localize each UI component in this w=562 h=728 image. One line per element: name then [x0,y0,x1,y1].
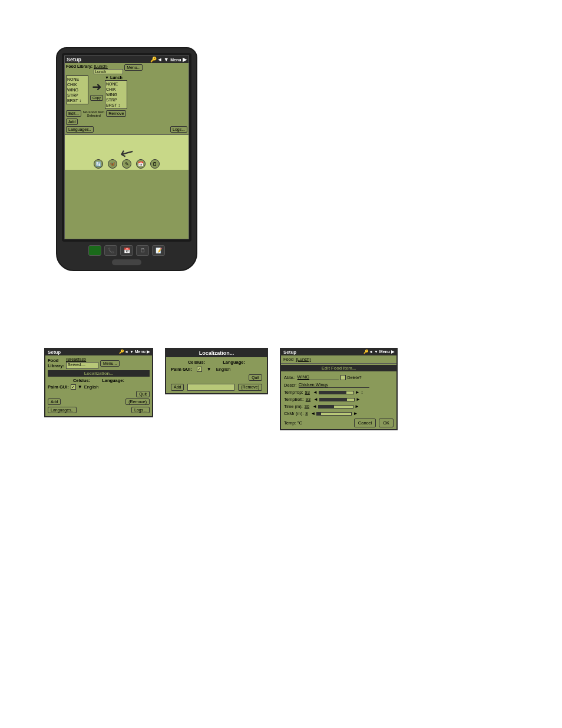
hw-btn-1[interactable]: 📞 [104,245,117,256]
edit-time-label: Time (m): [284,404,303,409]
ss1-col-headers: Celsius: Language: [48,378,150,383]
ss1-served-input[interactable]: Served.... [66,362,98,369]
loc-input[interactable] [187,384,234,391]
edit-screen-title-icons: 🔑◄ ▼ Menu ▶ [363,350,394,355]
ss1-quit-btn[interactable]: Quit [136,391,150,397]
ss1-bottom-row: Languages.. Logs... [48,407,150,413]
palm-nav-rocker[interactable] [112,259,141,265]
edit-bottom-row: Temp: °C Cancel OK [284,419,394,427]
loc-add-btn[interactable]: Add [171,384,184,391]
lunch-header: ▼ Lunch [105,75,127,80]
loc-english-value: English [216,367,231,372]
languages-btn[interactable]: Languages.. [66,126,94,133]
ss1-palm-gui-row: Palm GUI: ✓ ▼ English [48,384,150,390]
ss1-title-label: Setup [48,350,61,355]
edit-temp-unit: Temp: °C [284,420,302,426]
ss1-languages-btn[interactable]: Languages.. [48,407,77,413]
graffiti-icon-2: 🦋 [108,159,117,169]
ss1-remove-btn[interactable]: (Remove) [125,398,150,405]
loc-palm-gui-row: Palm GUI: ✓ ▼ English [171,367,262,372]
bottom-screens-row: Setup 🔑◄ ▼ Menu ▶ FoodLibrary: {Breakfas… [44,348,398,430]
copy-btn[interactable]: Copy [90,95,103,101]
edit-abbr-row: Abbr.: WING Delete? [284,374,394,380]
edit-screen-title: Setup [283,350,296,355]
left-input[interactable]: Lunch [94,69,123,74]
scroll-indicator: ↕ [361,390,363,395]
edit-abbr-label: Abbr.: [284,375,296,380]
edit-tempbott-slider[interactable]: ◄ ► [313,397,361,402]
right-list: NONECHIKWINGSTRPBRST ↕ [105,80,127,109]
palm-device: Setup 🔑◄ ▼ Menu ▶ Food Library: {Lunch} … [56,47,197,271]
localization-popup: Localization... Celsius: Language: Palm … [165,348,268,394]
ss1-add-btn[interactable]: Add [48,398,61,405]
palm-content: Food Library: {Lunch} Lunch Menu... NONE… [65,63,189,134]
hw-btn-green[interactable] [88,245,101,256]
left-list: NONECHIKWINGSTRPBRST ↕ [66,75,88,104]
edit-tempbott-label: TempBott: [284,397,304,402]
ss1-logs-btn[interactable]: Logs... [131,407,150,413]
menu-btn[interactable]: Menu... [124,64,143,71]
loc-quit-row: Quit [171,374,262,381]
edit-time-slider[interactable]: ◄ ► [312,404,359,409]
loc-palm-gui-label: Palm GUI: [171,367,192,372]
edit-ok-btn[interactable]: OK [379,419,394,427]
loc-remove-btn[interactable]: (Remove) [238,384,262,391]
edit-tempbott-row: TempBott: 93 ◄ ► [284,397,394,402]
loc-content: Celsius: Language: Palm GUI: ✓ ▼ English… [166,357,267,393]
edit-cancel-btn[interactable]: Cancel [354,419,376,427]
slider-left-icon: ◄ [313,390,318,395]
ss1-food-row: FoodLibrary: {Breakfast} Served.... Menu… [48,357,150,369]
ss1-celsius-checkbox[interactable]: ✓ [71,384,76,390]
ss1-title-icons: 🔑◄ ▼ Menu ▶ [119,350,150,355]
graffiti-icons: 🔄 🦋 ✎ 📅 🗒 [94,159,160,169]
edit-delete-checkbox[interactable] [340,375,346,380]
ss1-title-bar: Setup 🔑◄ ▼ Menu ▶ [45,349,152,355]
logs-btn[interactable]: Logs... [170,126,187,133]
palm-title-bar: Setup 🔑◄ ▼ Menu ▶ [65,56,189,63]
ss1-localization-header: Localization... [48,370,150,377]
graffiti-icon-4: 📅 [136,159,146,169]
palm-screen: Setup 🔑◄ ▼ Menu ▶ Food Library: {Lunch} … [64,55,189,239]
loc-celsius-checkbox[interactable]: ✓ [197,367,202,372]
edit-temptop-row: TempTop: 93 ◄ ► ↕ [284,390,394,395]
remove-btn[interactable]: Remove [106,110,126,117]
hw-btn-4[interactable]: 📝 [152,245,165,256]
edit-temptop-label: TempTop: [284,390,303,395]
edit-ckmr-row: CkMr (m): 8 ◄ ► [284,411,394,416]
ss1-menu-btn[interactable]: Menu... [100,360,120,367]
palm-graffiti-area: ↙ 🔄 🦋 ✎ 📅 🗒 [65,134,189,170]
edit-ckmr-value: 8 [305,411,308,416]
selected-label: Selected [87,114,100,117]
edit-header: Edit Food Item... [281,365,396,371]
loc-celsius-header: Celsius: [188,360,205,365]
hw-btn-3[interactable]: 🗒 [136,245,149,256]
slider-right-icon: ► [355,390,360,395]
palm-screen-area: Setup 🔑◄ ▼ Menu ▶ Food Library: {Lunch} … [62,53,191,242]
add-btn[interactable]: Add [66,118,78,125]
edit-food-label: Food [283,357,293,362]
ss1-dropdown-arrow: ▼ [78,384,82,390]
loc-title: Localization... [166,349,267,357]
edit-abbr-input[interactable]: WING [297,374,339,380]
edit-food-value: {Lunch} [296,357,310,362]
palm-hw-buttons: 📞 📅 🗒 📝 [85,243,168,258]
edit-delete-label: Delete? [348,375,362,380]
ss1-food-label: FoodLibrary: [48,358,64,368]
edit-descr-label: Descr: [284,383,297,388]
edit-btn[interactable]: Edit... [66,110,81,117]
edit-content: Abbr.: WING Delete? Descr: Chicken Wings… [281,373,396,429]
edit-temptop-value: 93 [305,390,310,395]
palm-setup-label: Setup [67,57,81,62]
edit-food-screen: Setup 🔑◄ ▼ Menu ▶ Food {Lunch} Edit Food… [280,348,398,430]
ss1-english-value: English [84,384,99,390]
hw-btn-2[interactable]: 📅 [120,245,133,256]
edit-tempbott-value: 93 [306,397,310,402]
edit-temptop-slider[interactable]: ◄ ► ↕ [313,390,363,395]
ss1-content: FoodLibrary: {Breakfast} Served.... Menu… [45,355,152,416]
ss1-palm-gui-label: Palm GUI: [48,384,69,390]
edit-ckmr-slider[interactable]: ◄ ► [311,411,358,416]
graffiti-icon-5: 🗒 [150,159,160,169]
edit-descr-input[interactable]: Chicken Wings [299,382,369,388]
loc-quit-btn[interactable]: Quit [249,374,262,381]
graffiti-icon-3: ✎ [122,159,131,169]
